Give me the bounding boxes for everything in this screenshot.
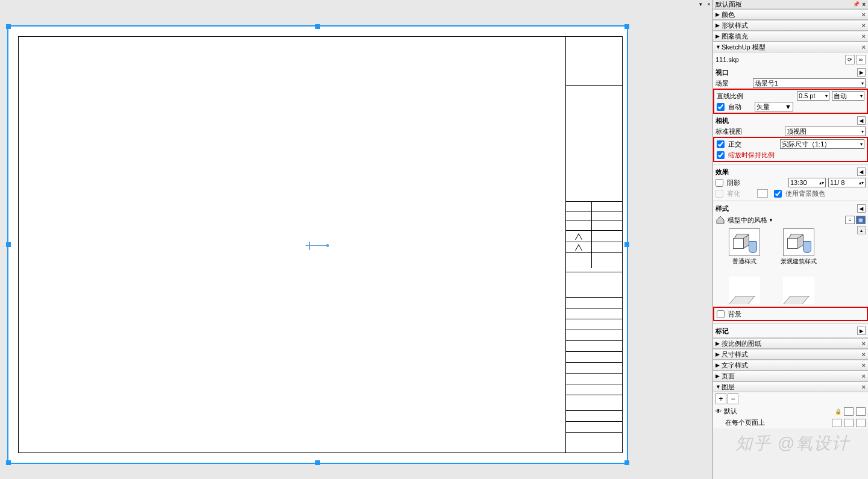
ortho-row: 正交 实际尺寸（1:1）▾ — [717, 139, 864, 149]
collapse-icon[interactable]: ◀ — [857, 167, 866, 176]
auto-render-row: 自动 矢量▼ — [717, 101, 864, 112]
chevron-right-icon: ▶ — [715, 33, 722, 39]
section-shape-style[interactable]: ▶ 形状样式 × — [713, 20, 868, 31]
section-page[interactable]: ▶ 页面 × — [713, 371, 868, 381]
fog-row: 雾化 使用背景颜色 — [715, 188, 866, 199]
pin-icon[interactable]: 📌 — [853, 1, 860, 7]
chevron-right-icon: ▶ — [715, 351, 722, 357]
style-selector-row: 模型中的风格 ▼ ≡ ▦ — [715, 214, 866, 226]
scale-select[interactable]: 实际尺寸（1:1）▾ — [780, 139, 864, 149]
style-item[interactable]: 普通样式 — [723, 228, 766, 266]
close-icon[interactable]: × — [862, 372, 866, 380]
section-layers[interactable]: ▼ 图层 × — [713, 381, 868, 392]
keep-scale-checkbox[interactable] — [717, 151, 725, 159]
chevron-right-icon: ▶ — [715, 22, 722, 28]
camera-header: 相机 ◀ — [715, 115, 866, 126]
remove-layer-button[interactable]: − — [728, 393, 738, 404]
use-bg-checkbox[interactable] — [774, 190, 782, 198]
chevron-right-icon: ▶ — [715, 362, 722, 368]
selection-handle[interactable] — [6, 24, 11, 29]
tab-dropdown-icon[interactable]: ▾ — [697, 1, 704, 8]
section-dim-style[interactable]: ▶ 尺寸样式 × — [713, 349, 868, 360]
effect-header: 效果 ◀ — [715, 166, 866, 177]
collapse-icon[interactable]: ◀ — [857, 116, 866, 125]
file-row: 111.skp ⟳ ∞ — [715, 54, 866, 66]
list-view-icon[interactable]: ≡ — [845, 216, 855, 224]
selection-handle[interactable] — [624, 460, 629, 465]
selection-handle[interactable] — [6, 460, 11, 465]
close-icon[interactable]: × — [862, 1, 866, 8]
render-select[interactable]: 矢量▼ — [755, 102, 793, 111]
chevron-down-icon[interactable]: ▼ — [769, 218, 773, 223]
layer-row-pages[interactable]: 在每个页面上 — [713, 417, 868, 428]
shadow-time-input[interactable]: 13:30▴▾ — [788, 178, 826, 187]
layer-row-default[interactable]: 👁 默认 🔒 — [713, 405, 868, 417]
section-color[interactable]: ▶ 颜色 × — [713, 9, 868, 20]
close-icon[interactable]: × — [862, 383, 866, 390]
share-icon[interactable] — [844, 407, 854, 416]
tab-close-icon[interactable]: × — [705, 1, 712, 8]
close-icon[interactable]: × — [862, 43, 866, 51]
visibility-icon[interactable]: 👁 — [715, 408, 722, 415]
close-icon[interactable]: × — [862, 22, 866, 29]
ortho-checkbox[interactable] — [717, 140, 725, 148]
expand-icon[interactable]: ▶ — [857, 68, 866, 77]
svg-marker-0 — [717, 216, 724, 224]
tray-title-bar[interactable]: 默认面板 📌 × — [713, 0, 868, 9]
drawing-viewport[interactable] — [7, 25, 628, 464]
background-checkbox[interactable] — [717, 310, 725, 318]
close-icon[interactable]: × — [862, 340, 866, 347]
section-pattern-fill[interactable]: ▶ 图案填充 × — [713, 31, 868, 42]
line-scale-input[interactable]: 0.5 pt▾ — [797, 91, 829, 101]
highlight-box-background: 背景 — [713, 307, 868, 321]
layer-prop-icon[interactable] — [832, 419, 841, 427]
layer-prop-icon[interactable] — [856, 419, 866, 427]
scroll-up-icon[interactable]: ▴ — [857, 226, 866, 234]
auto-checkbox[interactable] — [717, 103, 725, 111]
sketchup-model-body: 111.skp ⟳ ∞ 视口 ▶ 场景 场景号1▾ 直线比例 0.5 pt▾ — [713, 52, 868, 338]
section-sketchup-model[interactable]: ▼ SketchUp 模型 × — [713, 42, 868, 52]
expand-icon[interactable]: ▶ — [857, 327, 866, 335]
collapse-icon[interactable]: ◀ — [857, 204, 866, 213]
section-text-style[interactable]: ▶ 文字样式 × — [713, 360, 868, 371]
shadow-date-input[interactable]: 11/ 8▴▾ — [828, 178, 866, 187]
scene-row: 场景 场景号1▾ — [715, 78, 866, 89]
chevron-down-icon: ▼ — [715, 44, 722, 50]
style-item[interactable] — [723, 277, 766, 304]
close-icon[interactable]: × — [862, 33, 866, 40]
file-name: 111.skp — [715, 56, 739, 63]
selection-handle[interactable] — [624, 242, 629, 247]
close-icon[interactable]: × — [862, 11, 866, 18]
close-icon[interactable]: × — [862, 351, 866, 358]
selection-handle[interactable] — [6, 242, 11, 247]
model-axis-icon — [306, 239, 330, 251]
standard-view-select[interactable]: 顶视图▾ — [785, 127, 866, 136]
style-item[interactable]: 景观建筑样式 — [777, 228, 820, 266]
selection-handle[interactable] — [315, 24, 320, 29]
lock-icon[interactable]: 🔒 — [835, 409, 841, 415]
canvas-area[interactable]: ▾ × — [0, 0, 712, 479]
style-item[interactable] — [777, 277, 820, 304]
house-icon — [715, 216, 725, 224]
grid-view-icon[interactable]: ▦ — [856, 216, 866, 224]
line-scale-mode-select[interactable]: 自动▾ — [832, 91, 864, 101]
selection-handle[interactable] — [315, 460, 320, 465]
shadow-checkbox[interactable] — [715, 179, 723, 187]
layer-prop-icon[interactable] — [856, 407, 866, 416]
title-block — [565, 37, 622, 452]
standard-view-row: 标准视图 顶视图▾ — [715, 126, 866, 137]
add-layer-button[interactable]: + — [715, 393, 726, 404]
link-icon[interactable]: ∞ — [856, 55, 866, 64]
style-header: 样式 ◀ — [715, 203, 866, 214]
background-row: 背景 — [717, 308, 864, 319]
fog-color-swatch[interactable] — [757, 189, 768, 198]
refresh-icon[interactable]: ⟳ — [845, 55, 855, 64]
section-scaled-drawing[interactable]: ▶ 按比例的图纸 × — [713, 338, 868, 349]
view-toggle: ≡ ▦ — [845, 216, 866, 224]
close-icon[interactable]: × — [862, 362, 866, 369]
selection-handle[interactable] — [624, 24, 629, 29]
layer-prop-icon[interactable] — [844, 419, 854, 427]
highlight-box-ortho: 正交 实际尺寸（1:1）▾ 缩放时保持比例 — [713, 137, 868, 162]
fog-checkbox — [715, 190, 723, 198]
scene-select[interactable]: 场景号1▾ — [753, 78, 866, 88]
